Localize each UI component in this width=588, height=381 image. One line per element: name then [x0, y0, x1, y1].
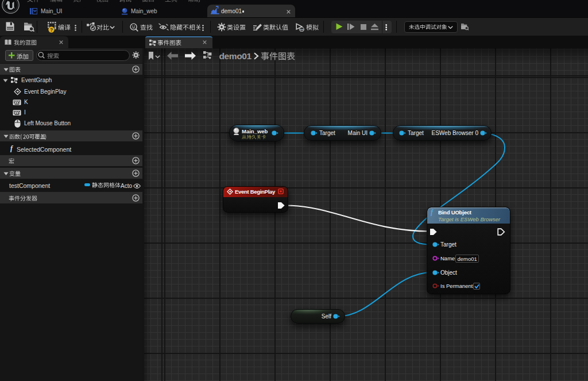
svg-text:aa: aa [300, 28, 304, 31]
svg-text:?: ? [49, 27, 52, 33]
